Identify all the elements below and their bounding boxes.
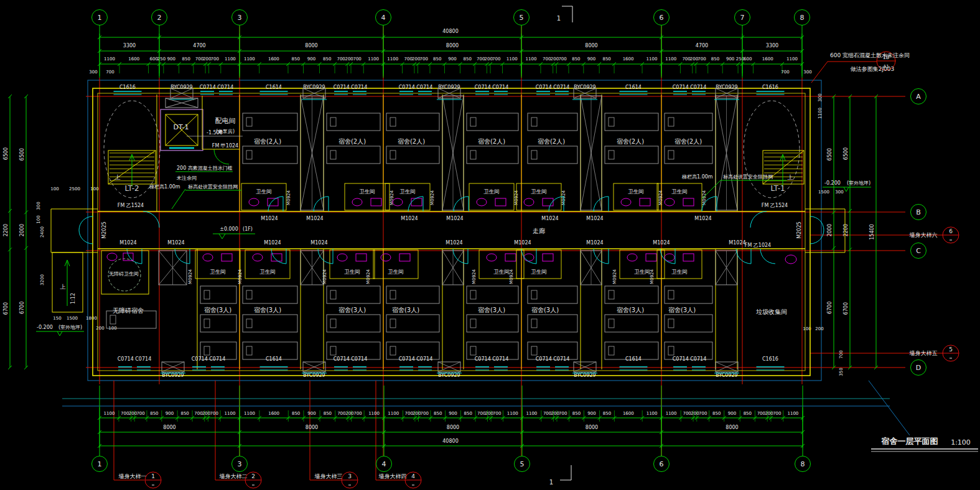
dim-small: 3200	[40, 274, 45, 285]
grid-bubble-top-4-label: 4	[381, 14, 386, 22]
door-label-m1024: M1024	[729, 240, 745, 246]
bed-pillow	[668, 346, 674, 355]
dim-overall-right: 15400	[869, 224, 875, 239]
dim-label: 200	[691, 411, 699, 416]
door-fm-jia-1024: FM 甲1024	[212, 143, 238, 149]
dim-label: 700	[211, 57, 219, 62]
callout-label: 墙身大样二	[219, 473, 248, 479]
door-label-m0924: M0924	[188, 269, 193, 284]
trash-room-sink	[785, 255, 796, 264]
dim-overall-top: 40800	[442, 29, 458, 34]
stair-up-left: 上	[115, 174, 121, 180]
bed	[386, 286, 439, 303]
door-label-m0924: M0924	[612, 269, 617, 284]
door-swing	[736, 249, 751, 264]
grid-bubble-row-D-label: D	[916, 364, 921, 372]
window-label-c0714_pair: C0714 C0714	[673, 356, 706, 362]
dim-small: 200	[815, 326, 823, 331]
door-swing	[454, 196, 469, 211]
door-label-m1024: M1024	[310, 240, 327, 246]
bed-pillow	[668, 290, 674, 299]
door-label-m1024: M1024	[446, 216, 463, 221]
dim-label: 700	[682, 57, 690, 62]
dim-small: 300	[818, 93, 823, 101]
room-lt1: LT-1	[770, 184, 785, 193]
grid-bubble-top-2-label: 2	[157, 14, 162, 22]
dim-label: 700	[543, 57, 551, 62]
grid-bubble-bottom-6-label: 6	[660, 460, 664, 468]
dim-small: 2500	[69, 187, 80, 192]
dim-label: 850	[180, 411, 189, 416]
door-label-m0924: M0924	[366, 269, 371, 284]
dim-label: 700	[558, 57, 566, 62]
grid-bubble-bottom-5-label: 5	[520, 460, 525, 468]
window-label-c1616: C1616	[762, 85, 778, 90]
basin-fixture	[268, 198, 278, 206]
ramp-slope: 1:12	[70, 293, 76, 304]
bed-pillow	[609, 346, 614, 355]
dim-label: 1600	[268, 57, 279, 62]
window-label-c0714_pair: C0714 C0714	[334, 85, 367, 90]
dim-edge: 700	[106, 70, 114, 75]
dim-label: 700	[492, 57, 500, 62]
door-label-m0924: M0924	[509, 269, 514, 284]
dim-label: 700	[136, 411, 144, 416]
dim-label: 900	[587, 57, 595, 62]
room-label-bathroom: 卫生间	[256, 188, 272, 195]
bed	[386, 113, 439, 131]
bed	[665, 113, 712, 131]
dim-label: 1100	[368, 57, 379, 62]
bed-pillow	[609, 290, 614, 299]
dim-label: 3300	[766, 43, 778, 49]
dim-label: 700	[543, 411, 551, 416]
dim-label: 700	[698, 57, 706, 62]
bed-pillow	[330, 319, 336, 328]
room-label-dorm2: 宿舍(2人)	[254, 138, 281, 145]
note-net-right: 标高处设置安全阻挡网	[723, 174, 773, 180]
grid-bubble-bottom-3-label: 3	[238, 460, 242, 468]
dim-label: 200	[345, 57, 353, 62]
window-label-byc0929: BYC0929	[303, 85, 325, 90]
room-label-dorm2: 宿舍(2人)	[538, 138, 565, 145]
callout-num: 4	[411, 473, 415, 479]
basin-fixture	[356, 254, 366, 261]
door-label-m1024: M1024	[167, 240, 184, 246]
room-label-dorm3: 宿舍(3人)	[204, 307, 231, 313]
bed	[605, 146, 658, 164]
window-label-c1616: C1616	[762, 356, 778, 362]
level-pit: -1.500	[207, 130, 223, 136]
bed-pillow	[668, 319, 674, 328]
bed-pillow	[110, 315, 116, 324]
dim-label: 1100	[104, 411, 115, 416]
dim-label: 1100	[646, 411, 658, 416]
bed-pillow	[246, 290, 252, 299]
dim-label: 850	[603, 411, 611, 416]
bed	[200, 286, 236, 303]
grid-bubble-row-B-label: B	[916, 208, 921, 216]
note-sill-2: 未注余同	[176, 175, 197, 181]
bed	[386, 146, 439, 164]
room-label-dorm3: 宿舍(3人)	[617, 307, 644, 313]
dim-label: 1100	[388, 411, 399, 416]
drawing-canvas: 12345678134568ABCD4080033004700800080008…	[0, 0, 980, 490]
dim-label: 850	[433, 57, 441, 62]
bed	[327, 315, 380, 332]
dim-label: 700	[757, 411, 765, 416]
bed-pillow	[531, 290, 537, 299]
dim-label: 6500	[3, 147, 9, 160]
door-label-m0924: M0924	[430, 190, 435, 205]
grid-bubble-bottom-8-label: 8	[801, 460, 805, 468]
dim-label: 200	[551, 411, 559, 416]
bed	[528, 286, 577, 303]
room-label-dorm3: 宿舍(3人)	[531, 307, 559, 313]
room-label-dorm3: 宿舍(3人)	[392, 307, 419, 313]
note-gravel-line1: 600 宽细石混凝土散水未注余同	[830, 52, 910, 58]
room-label-dorm2: 宿舍(2人)	[674, 138, 702, 145]
bed-pillow	[470, 346, 476, 355]
dim-label: 900	[307, 411, 315, 416]
dim-label: 1600	[623, 411, 634, 416]
dim-label: 200	[345, 411, 353, 416]
section-num-top: 1	[557, 15, 561, 22]
room-label-dorm3: 宿舍(3人)	[668, 307, 696, 313]
door-m2025-left: M2025	[101, 221, 107, 238]
